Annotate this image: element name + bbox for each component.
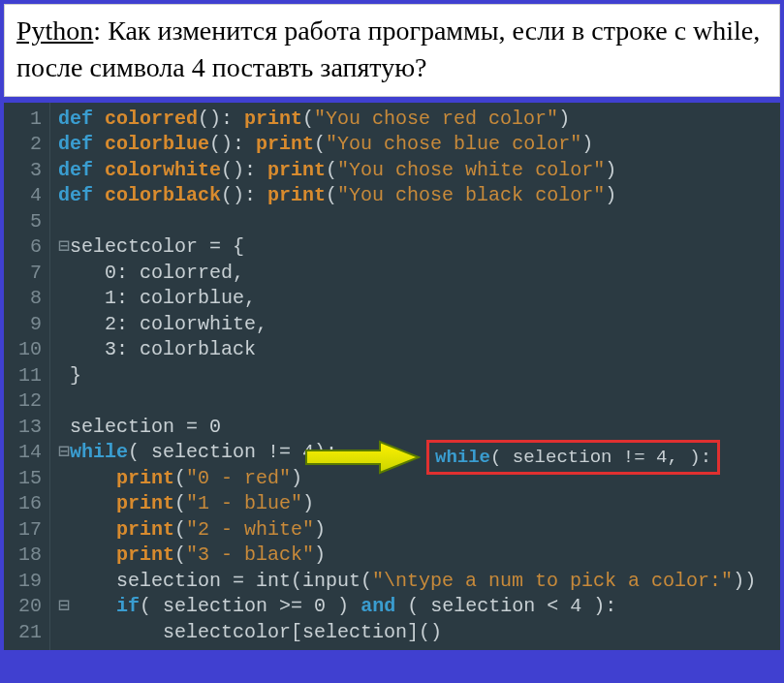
line-number: 11 bbox=[4, 363, 42, 389]
python-label: Python bbox=[16, 16, 93, 46]
code-line: selection = 0 bbox=[58, 415, 780, 441]
annotation-callout: while( selection != 4, ): bbox=[304, 440, 720, 476]
line-number: 1 bbox=[4, 107, 42, 133]
arrow-right-icon bbox=[304, 440, 421, 475]
line-number: 7 bbox=[4, 261, 42, 287]
code-line: ⊟selectcolor = { bbox=[58, 234, 780, 261]
line-number: 16 bbox=[4, 491, 42, 517]
line-number: 20 bbox=[4, 594, 42, 620]
line-number: 14 bbox=[4, 440, 42, 466]
line-number: 4 bbox=[4, 183, 42, 209]
line-number: 10 bbox=[4, 337, 42, 363]
question-body: : Как изменится работа программы, если в… bbox=[16, 16, 760, 82]
code-line: 0: colorred, bbox=[58, 261, 780, 287]
line-number: 8 bbox=[4, 286, 42, 312]
line-number-gutter: 1 2 3 4 5 6 7 8 9 10 11 12 13 14 15 16 1… bbox=[4, 103, 50, 650]
code-line: def colorblack(): print("You chose black… bbox=[58, 183, 780, 209]
line-number: 21 bbox=[4, 620, 42, 646]
fold-marker-icon: ⊟ bbox=[58, 595, 70, 617]
code-line: def colorred(): print("You chose red col… bbox=[58, 107, 780, 133]
fold-marker-icon: ⊟ bbox=[58, 235, 70, 258]
line-number: 17 bbox=[4, 517, 42, 543]
code-line: def colorblue(): print("You chose blue c… bbox=[58, 132, 780, 158]
line-number: 5 bbox=[4, 209, 42, 235]
line-number: 12 bbox=[4, 388, 42, 415]
code-line: selection = int(input("\ntype a num to p… bbox=[58, 569, 780, 595]
question-text: Python: Как изменится работа программы, … bbox=[16, 13, 768, 86]
code-line: 1: colorblue, bbox=[58, 286, 780, 312]
code-line: ⊟ if( selection >= 0 ) and ( selection <… bbox=[58, 594, 780, 620]
line-number: 13 bbox=[4, 415, 42, 441]
line-number: 2 bbox=[4, 132, 42, 158]
code-line: print("2 - white") bbox=[58, 517, 780, 543]
code-line: 3: colorblack bbox=[58, 337, 780, 363]
line-number: 18 bbox=[4, 543, 42, 569]
code-line: } bbox=[58, 363, 780, 389]
code-line: selectcolor[selection]() bbox=[58, 620, 780, 646]
code-content: def colorred(): print("You chose red col… bbox=[50, 103, 780, 650]
code-editor: 1 2 3 4 5 6 7 8 9 10 11 12 13 14 15 16 1… bbox=[4, 103, 780, 650]
line-number: 15 bbox=[4, 466, 42, 492]
code-line bbox=[58, 388, 780, 415]
fold-marker-icon: ⊟ bbox=[58, 441, 70, 463]
code-line: def colorwhite(): print("You chose white… bbox=[58, 158, 780, 184]
callout-code-box: while( selection != 4, ): bbox=[426, 440, 720, 476]
code-line bbox=[58, 209, 780, 235]
line-number: 9 bbox=[4, 312, 42, 338]
line-number: 3 bbox=[4, 158, 42, 184]
question-box: Python: Как изменится работа программы, … bbox=[4, 4, 780, 97]
code-line: print("3 - black") bbox=[58, 543, 780, 569]
line-number: 19 bbox=[4, 569, 42, 595]
code-line: print("1 - blue") bbox=[58, 491, 780, 517]
svg-marker-0 bbox=[306, 442, 419, 473]
line-number: 6 bbox=[4, 234, 42, 261]
code-line: 2: colorwhite, bbox=[58, 312, 780, 338]
